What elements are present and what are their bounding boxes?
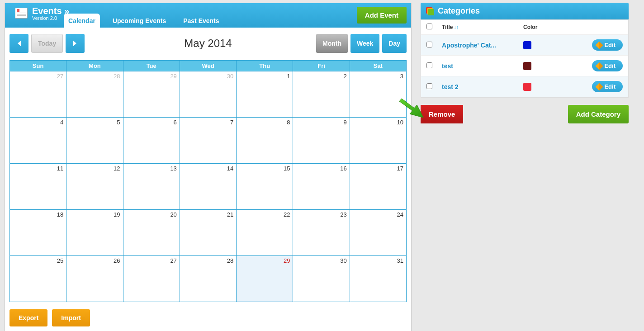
calendar-day[interactable]: 29	[123, 71, 180, 118]
calendar-day[interactable]: 19	[66, 210, 123, 256]
day-number: 28	[227, 257, 233, 264]
add-event-button[interactable]: Add Event	[357, 7, 407, 24]
day-number: 18	[57, 211, 63, 218]
day-number: 5	[117, 119, 120, 126]
calendar-day[interactable]: 22	[237, 210, 293, 256]
tab-upcoming-events[interactable]: Upcoming Events	[108, 14, 170, 28]
day-number: 11	[57, 165, 63, 172]
calendar-day[interactable]: 31	[350, 256, 406, 302]
calendar-day[interactable]: 21	[180, 210, 236, 256]
add-category-button[interactable]: Add Category	[568, 105, 629, 123]
day-number: 2	[343, 73, 346, 80]
weekday-mon: Mon	[66, 61, 123, 71]
col-title-label[interactable]: Title	[442, 24, 453, 30]
category-checkbox[interactable]	[426, 62, 432, 68]
day-number: 4	[60, 119, 63, 126]
calendar-day[interactable]: 7	[180, 118, 236, 164]
day-number: 16	[340, 165, 346, 172]
calendar-day[interactable]: 16	[293, 164, 350, 210]
category-title-link[interactable]: test 2	[442, 83, 459, 90]
day-number: 1	[287, 73, 290, 80]
day-number: 25	[57, 257, 63, 264]
calendar-day[interactable]: 27	[10, 71, 66, 118]
next-month-button[interactable]	[66, 34, 85, 53]
edit-category-button[interactable]: Edit	[592, 60, 623, 71]
pencil-icon	[596, 83, 603, 90]
day-number: 29	[170, 73, 176, 80]
calendar-day[interactable]: 11	[10, 164, 66, 210]
category-check-all[interactable]	[426, 24, 432, 29]
events-panel: Events » Version 2.0 CalendarUpcoming Ev…	[5, 3, 412, 331]
day-number: 19	[114, 211, 120, 218]
sort-icon[interactable]: ↓↑	[454, 24, 459, 30]
day-number: 12	[114, 165, 120, 172]
view-day-button[interactable]: Day	[382, 34, 407, 53]
color-swatch	[523, 41, 531, 49]
weekday-thu: Thu	[237, 61, 293, 71]
calendar-app-icon	[15, 8, 28, 19]
calendar-day[interactable]: 20	[123, 210, 180, 256]
calendar-day[interactable]: 17	[350, 164, 406, 210]
color-swatch	[523, 83, 531, 91]
categories-icon	[426, 7, 434, 15]
calendar-day[interactable]: 9	[293, 118, 350, 164]
calendar-day[interactable]: 15	[237, 164, 293, 210]
calendar-day[interactable]: 6	[123, 118, 180, 164]
tab-past-events[interactable]: Past Events	[179, 14, 223, 28]
view-week-button[interactable]: Week	[350, 34, 379, 53]
today-button[interactable]: Today	[31, 34, 63, 53]
view-month-button[interactable]: Month	[316, 34, 348, 53]
calendar-day[interactable]: 23	[293, 210, 350, 256]
category-checkbox[interactable]	[426, 42, 432, 47]
edit-category-button[interactable]: Edit	[592, 39, 623, 51]
category-title-link[interactable]: test	[442, 62, 453, 70]
calendar-day[interactable]: 25	[10, 256, 66, 302]
calendar-day[interactable]: 2	[293, 71, 350, 118]
arrow-annotation-icon	[397, 96, 424, 123]
day-number: 15	[284, 165, 290, 172]
import-button[interactable]: Import	[52, 309, 90, 326]
category-row: testEdit	[421, 56, 628, 76]
tab-calendar[interactable]: Calendar	[64, 14, 100, 28]
calendar-day[interactable]: 10	[350, 118, 406, 164]
day-number: 31	[397, 257, 403, 264]
edit-category-button[interactable]: Edit	[592, 81, 623, 92]
remove-category-button[interactable]: Remove	[421, 105, 463, 123]
weekday-wed: Wed	[180, 61, 236, 71]
calendar-day[interactable]: 5	[66, 118, 123, 164]
calendar-day[interactable]: 30	[180, 71, 236, 118]
calendar-day[interactable]: 13	[123, 164, 180, 210]
calendar-day[interactable]: 8	[237, 118, 293, 164]
day-number: 30	[340, 257, 346, 264]
day-number: 26	[114, 257, 120, 264]
day-number: 17	[397, 165, 403, 172]
category-checkbox[interactable]	[426, 83, 432, 89]
calendar-day[interactable]: 4	[10, 118, 66, 164]
calendar-day[interactable]: 30	[293, 256, 350, 302]
day-number: 7	[230, 119, 233, 126]
calendar-day[interactable]: 28	[66, 71, 123, 118]
categories-header: Categories	[421, 3, 629, 19]
day-number: 28	[114, 73, 120, 80]
calendar-day[interactable]: 26	[66, 256, 123, 302]
calendar-day[interactable]: 24	[350, 210, 406, 256]
calendar-day[interactable]: 18	[10, 210, 66, 256]
calendar-day[interactable]: 28	[180, 256, 236, 302]
calendar-day[interactable]: 1	[237, 71, 293, 118]
prev-month-button[interactable]	[9, 34, 28, 53]
calendar-day[interactable]: 27	[123, 256, 180, 302]
calendar-grid: SunMonTueWedThuFriSat 272829301234567891…	[9, 60, 407, 302]
calendar-day[interactable]: 29	[237, 256, 293, 302]
export-button[interactable]: Export	[9, 309, 47, 326]
events-header: Events » Version 2.0 CalendarUpcoming Ev…	[5, 3, 411, 28]
day-number: 27	[57, 73, 63, 80]
pencil-icon	[596, 41, 603, 49]
day-number: 13	[170, 165, 176, 172]
calendar-day[interactable]: 14	[180, 164, 236, 210]
day-number: 24	[397, 211, 403, 218]
weekday-sun: Sun	[10, 61, 66, 71]
category-title-link[interactable]: Apostrophe' Cat...	[442, 42, 496, 49]
day-number: 8	[287, 119, 290, 126]
category-row: test 2Edit	[421, 76, 628, 97]
calendar-day[interactable]: 12	[66, 164, 123, 210]
